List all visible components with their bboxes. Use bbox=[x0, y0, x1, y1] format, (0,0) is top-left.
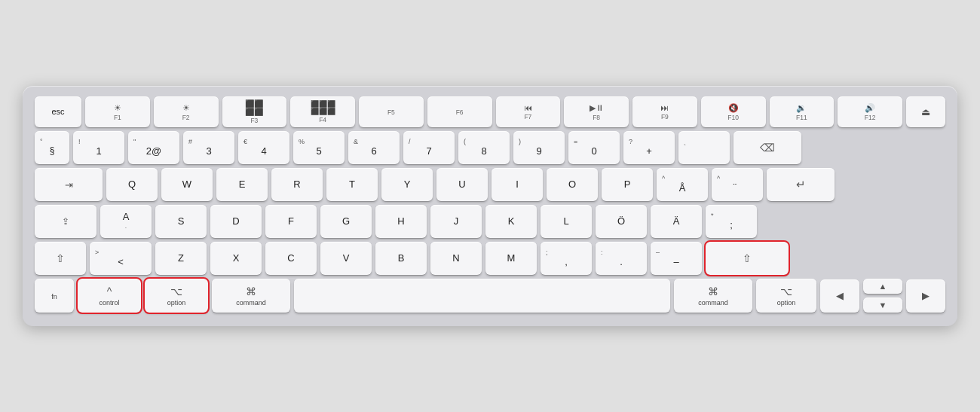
key-angle[interactable]: > < bbox=[90, 242, 152, 275]
key-w[interactable]: W bbox=[161, 168, 213, 201]
key-g[interactable]: G bbox=[320, 205, 372, 238]
key-option-right[interactable]: ⌥ option bbox=[756, 279, 816, 313]
key-n[interactable]: N bbox=[430, 242, 482, 275]
key-arrow-down[interactable]: ▼ bbox=[863, 298, 902, 313]
key-d[interactable]: D bbox=[210, 205, 262, 238]
key-arrow-right[interactable]: ▶ bbox=[906, 279, 945, 313]
key-q[interactable]: Q bbox=[106, 168, 158, 201]
function-row: esc ☀ F1 ☀ F2 ⬛⬛⬛⬛ F3 ⬛⬛⬛⬛⬛⬛ F4 F5 F6 ⏮ … bbox=[35, 96, 945, 127]
key-odiaeresis[interactable]: Ö bbox=[596, 205, 647, 238]
key-f5[interactable]: F5 bbox=[359, 96, 424, 127]
key-8[interactable]: ( 8 bbox=[458, 131, 510, 164]
key-2[interactable]: " 2@ bbox=[128, 131, 179, 164]
key-diaeresis[interactable]: ^ ̈ bbox=[712, 168, 763, 201]
key-5[interactable]: % 5 bbox=[293, 131, 345, 164]
key-dot[interactable]: : . bbox=[596, 242, 647, 275]
key-backspace[interactable]: ⌫ bbox=[733, 131, 801, 164]
key-h[interactable]: H bbox=[375, 205, 427, 238]
key-tab[interactable]: ⇥ bbox=[35, 168, 103, 201]
key-shift-left[interactable]: ⇧ bbox=[35, 242, 86, 275]
key-m[interactable]: M bbox=[485, 242, 537, 275]
key-u[interactable]: U bbox=[436, 168, 488, 201]
key-arrow-left[interactable]: ◀ bbox=[820, 279, 859, 313]
key-l[interactable]: L bbox=[541, 205, 592, 238]
key-j[interactable]: J bbox=[430, 205, 482, 238]
key-f9[interactable]: ⏭ F9 bbox=[632, 96, 697, 127]
key-e[interactable]: E bbox=[216, 168, 268, 201]
key-plus[interactable]: ? + bbox=[623, 131, 675, 164]
keyboard: esc ☀ F1 ☀ F2 ⬛⬛⬛⬛ F3 ⬛⬛⬛⬛⬛⬛ F4 F5 F6 ⏮ … bbox=[23, 86, 957, 326]
key-f7[interactable]: ⏮ F7 bbox=[496, 96, 561, 127]
key-f3[interactable]: ⬛⬛⬛⬛ F3 bbox=[222, 96, 287, 127]
key-command-right[interactable]: ⌘ command bbox=[674, 279, 752, 313]
asdf-row: ⇪ A · S D F G H J K L Ö bbox=[35, 205, 945, 238]
key-option-left[interactable]: ⌥ option bbox=[145, 279, 208, 313]
key-comma[interactable]: ; , bbox=[541, 242, 592, 275]
key-t[interactable]: T bbox=[326, 168, 378, 201]
key-fn[interactable]: fn bbox=[35, 279, 74, 313]
key-r[interactable]: R bbox=[271, 168, 323, 201]
key-v[interactable]: V bbox=[320, 242, 372, 275]
key-0[interactable]: = 0 bbox=[568, 131, 620, 164]
zxcv-row: ⇧ > < Z X C V B N M ; , : bbox=[35, 242, 945, 275]
key-arrow-up[interactable]: ▲ bbox=[863, 279, 902, 294]
key-enter[interactable]: ↵ bbox=[767, 168, 835, 201]
key-1[interactable]: ! 1 bbox=[73, 131, 124, 164]
key-z[interactable]: Z bbox=[155, 242, 207, 275]
key-9[interactable]: ) 9 bbox=[513, 131, 565, 164]
key-b[interactable]: B bbox=[375, 242, 427, 275]
key-y[interactable]: Y bbox=[381, 168, 433, 201]
key-aring[interactable]: ^ Å bbox=[657, 168, 708, 201]
key-x[interactable]: X bbox=[210, 242, 262, 275]
key-7[interactable]: / 7 bbox=[403, 131, 455, 164]
key-f1[interactable]: ☀ F1 bbox=[85, 96, 150, 127]
arrow-cluster: ◀ ▲ ▼ ▶ bbox=[820, 279, 945, 313]
key-dash[interactable]: – – bbox=[651, 242, 702, 275]
key-control-left[interactable]: ^ control bbox=[78, 279, 141, 313]
key-a[interactable]: A · bbox=[100, 205, 152, 238]
qwerty-row: ⇥ Q W E R T Y U I O P ^ bbox=[35, 168, 945, 201]
key-f12[interactable]: 🔊 F12 bbox=[838, 96, 902, 127]
key-f10[interactable]: 🔇 F10 bbox=[701, 96, 766, 127]
key-capslock[interactable]: ⇪ bbox=[35, 205, 96, 238]
key-backtick[interactable]: ` bbox=[678, 131, 730, 164]
key-k[interactable]: K bbox=[485, 205, 537, 238]
key-c[interactable]: C bbox=[265, 242, 317, 275]
key-shift-right[interactable]: ⇧ bbox=[706, 242, 789, 275]
arrow-up-down: ▲ ▼ bbox=[863, 279, 902, 313]
key-s[interactable]: S bbox=[155, 205, 207, 238]
key-command-left[interactable]: ⌘ command bbox=[212, 279, 290, 313]
key-star-semi[interactable]: * ; bbox=[706, 205, 757, 238]
number-row: ° § ! 1 " 2@ # 3 € 4 % 5 & 6 / 7 bbox=[35, 131, 945, 164]
key-eject[interactable]: ⏏ bbox=[906, 96, 945, 127]
key-4[interactable]: € 4 bbox=[238, 131, 289, 164]
key-6[interactable]: & 6 bbox=[348, 131, 400, 164]
key-f8[interactable]: ▶⏸ F8 bbox=[564, 96, 629, 127]
key-section[interactable]: ° § bbox=[35, 131, 69, 164]
key-f11[interactable]: 🔉 F11 bbox=[770, 96, 835, 127]
key-3[interactable]: # 3 bbox=[183, 131, 234, 164]
key-p[interactable]: P bbox=[602, 168, 653, 201]
modifier-row: fn ^ control ⌥ option ⌘ command ⌘ comman… bbox=[35, 279, 945, 313]
key-f6[interactable]: F6 bbox=[427, 96, 492, 127]
key-i[interactable]: I bbox=[492, 168, 543, 201]
key-esc[interactable]: esc bbox=[35, 96, 81, 127]
key-o[interactable]: O bbox=[547, 168, 598, 201]
key-adiaeresis[interactable]: Ä bbox=[651, 205, 702, 238]
key-f4[interactable]: ⬛⬛⬛⬛⬛⬛ F4 bbox=[290, 96, 355, 127]
key-space[interactable] bbox=[294, 279, 670, 313]
key-f2[interactable]: ☀ F2 bbox=[154, 96, 219, 127]
key-f[interactable]: F bbox=[265, 205, 317, 238]
